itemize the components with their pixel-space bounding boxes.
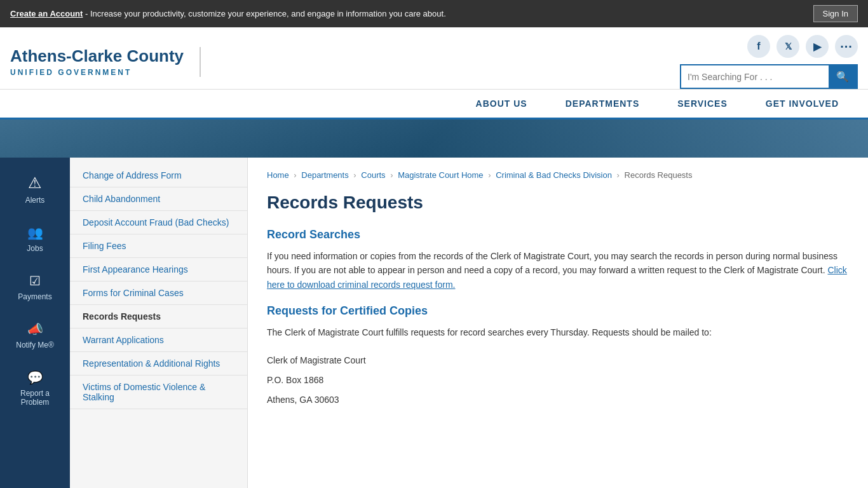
nav-sidebar: Change of Address Form Child Abandonment…	[70, 158, 248, 488]
address-line-1: Clerk of Magistrate Court	[267, 353, 849, 369]
nav-about-us[interactable]: ABOUT US	[457, 90, 546, 118]
banner-cta[interactable]: Create an Account	[10, 9, 83, 18]
breadcrumb-magistrate[interactable]: Magistrate Court Home	[398, 170, 483, 180]
logo-area: Athens-Clarke County UNIFIED GOVERNMENT	[10, 47, 201, 77]
sidebar-item-report[interactable]: 💬 Report a Problem	[0, 360, 70, 417]
notify-icon: 📣	[27, 322, 43, 337]
report-icon: 💬	[27, 370, 43, 385]
search-box: 🔍	[680, 64, 858, 89]
banner-detail: - Increase your productivity, customize …	[85, 9, 446, 18]
record-searches-title: Record Searches	[267, 228, 849, 241]
breadcrumb-current: Records Requests	[625, 170, 693, 180]
record-searches-section: Record Searches If you need information …	[267, 228, 849, 292]
nav-filing-fees[interactable]: Filing Fees	[70, 234, 247, 258]
breadcrumb-sep-2: ›	[353, 170, 356, 180]
breadcrumb: Home › Departments › Courts › Magistrate…	[267, 170, 849, 180]
sidebar-item-notify[interactable]: 📣 Notify Me®	[0, 311, 70, 360]
notify-label: Notify Me®	[16, 341, 54, 349]
twitter-icon[interactable]: 𝕏	[776, 35, 799, 58]
search-input[interactable]	[681, 67, 829, 87]
breadcrumb-home[interactable]: Home	[267, 170, 289, 180]
breadcrumb-sep-3: ›	[390, 170, 393, 180]
banner-message: Create an Account - Increase your produc…	[10, 9, 446, 18]
report-label: Report a Problem	[6, 389, 64, 407]
content-area: Home › Departments › Courts › Magistrate…	[248, 158, 868, 488]
alerts-icon: ⚠	[28, 174, 42, 192]
logo-subtitle: UNIFIED GOVERNMENT	[10, 68, 187, 77]
payments-label: Payments	[18, 292, 51, 301]
nav-deposit-fraud[interactable]: Deposit Account Fraud (Bad Checks)	[70, 211, 247, 234]
facebook-icon[interactable]: f	[747, 35, 770, 58]
nav-forms-criminal[interactable]: Forms for Criminal Cases	[70, 281, 247, 305]
main-layout: ⚠ Alerts 👥 Jobs ☑ Payments 📣 Notify Me® …	[0, 158, 868, 488]
hero-band	[0, 119, 868, 158]
sidebar-item-payments[interactable]: ☑ Payments	[0, 263, 70, 311]
certified-copies-title: Requests for Certified Copies	[267, 304, 849, 318]
nav-representation[interactable]: Representation & Additional Rights	[70, 352, 247, 376]
nav-services[interactable]: SERVICES	[658, 90, 747, 118]
nav-change-of-address[interactable]: Change of Address Form	[70, 164, 247, 187]
jobs-label: Jobs	[27, 244, 43, 253]
breadcrumb-criminal[interactable]: Criminal & Bad Checks Division	[496, 170, 612, 180]
nav-child-abandonment[interactable]: Child Abandonment	[70, 187, 247, 211]
header: Athens-Clarke County UNIFIED GOVERNMENT …	[0, 27, 868, 90]
social-search-area: f 𝕏 ▶ ··· 🔍	[214, 35, 858, 89]
breadcrumb-sep-1: ›	[294, 170, 296, 180]
jobs-icon: 👥	[27, 225, 43, 240]
certified-copies-text: The Clerk of Magistrate Court fulfills r…	[267, 325, 849, 339]
alerts-label: Alerts	[25, 196, 45, 205]
nav-first-appearance[interactable]: First Appearance Hearings	[70, 258, 247, 281]
top-banner: Create an Account - Increase your produc…	[0, 0, 868, 27]
nav-get-involved[interactable]: GET INVOLVED	[747, 90, 858, 118]
nav-victims[interactable]: Victims of Domestic Violence & Stalking	[70, 376, 247, 409]
icon-sidebar: ⚠ Alerts 👥 Jobs ☑ Payments 📣 Notify Me® …	[0, 158, 70, 488]
record-searches-text: If you need information or copies from t…	[267, 249, 849, 292]
breadcrumb-sep-5: ›	[617, 170, 620, 180]
search-button[interactable]: 🔍	[829, 65, 857, 88]
page-title: Records Requests	[267, 193, 849, 213]
breadcrumb-courts[interactable]: Courts	[361, 170, 385, 180]
nav-departments[interactable]: DEPARTMENTS	[546, 90, 659, 118]
breadcrumb-departments[interactable]: Departments	[301, 170, 348, 180]
nav-bar: ABOUT US DEPARTMENTS SERVICES GET INVOLV…	[0, 90, 868, 119]
sidebar-item-jobs[interactable]: 👥 Jobs	[0, 215, 70, 263]
youtube-icon[interactable]: ▶	[806, 35, 829, 58]
social-icons: f 𝕏 ▶ ···	[747, 35, 858, 58]
address-line-2: P.O. Box 1868	[267, 372, 849, 388]
certified-copies-section: Requests for Certified Copies The Clerk …	[267, 304, 849, 408]
nav-warrant-apps[interactable]: Warrant Applications	[70, 329, 247, 352]
nav-records-requests[interactable]: Records Requests	[70, 305, 247, 329]
more-icon[interactable]: ···	[835, 35, 858, 58]
download-form-link[interactable]: Click here to download criminal records …	[267, 265, 847, 289]
sidebar-item-alerts[interactable]: ⚠ Alerts	[0, 164, 70, 215]
logo-title[interactable]: Athens-Clarke County	[10, 47, 187, 65]
sign-in-button[interactable]: Sign In	[813, 5, 858, 22]
address-line-3: Athens, GA 30603	[267, 392, 849, 408]
payments-icon: ☑	[29, 273, 41, 288]
breadcrumb-sep-4: ›	[488, 170, 491, 180]
